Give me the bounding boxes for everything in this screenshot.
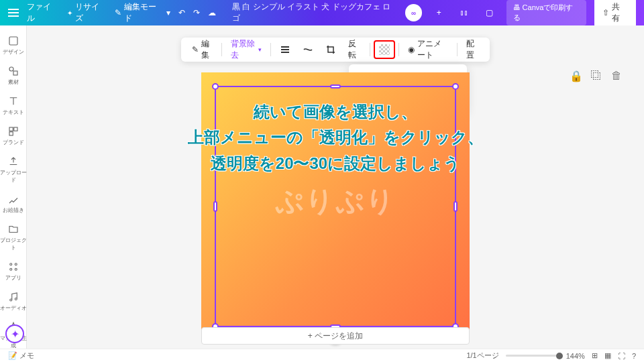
handle-tl[interactable] <box>212 83 219 90</box>
border-weight-button[interactable] <box>274 42 296 58</box>
svg-point-1 <box>9 67 13 71</box>
edit-mode-menu[interactable]: ✎編集モード▾ <box>115 1 170 24</box>
fullscreen-icon[interactable]: ⛶ <box>618 352 625 360</box>
svg-point-8 <box>9 268 11 270</box>
sidebar-elements[interactable]: 素材 <box>0 61 27 90</box>
selection-box[interactable]: ⟳ <box>215 86 456 327</box>
transparency-button[interactable] <box>374 40 395 59</box>
flip-button[interactable]: 反転 <box>343 36 366 64</box>
sidebar-upload[interactable]: アップロード <box>0 152 27 188</box>
svg-rect-0 <box>9 37 17 45</box>
sidebar-projects[interactable]: プロジェクト <box>0 219 27 255</box>
share-button[interactable]: ⇧共有 <box>594 0 636 27</box>
grid-view-icon[interactable]: ⊞ <box>592 351 598 360</box>
handle-tm[interactable] <box>330 84 341 88</box>
page-indicator[interactable]: 1/1ページ <box>466 351 498 361</box>
print-button[interactable]: 🖶 Canvaで印刷する <box>506 0 587 25</box>
document-title[interactable]: 黒 白 シンプル イラスト 犬 ドッグカフェ ロゴ <box>232 1 397 24</box>
context-toolbar: ✎編集 背景除去▾ 反転 ◉アニメート 配置 <box>181 38 490 62</box>
svg-point-7 <box>15 263 17 265</box>
delete-icon[interactable]: 🗑 <box>609 68 624 83</box>
transparency-icon <box>379 44 390 55</box>
page-actions: 🔒 ⿻ 🗑 <box>569 68 624 83</box>
sidebar-draw[interactable]: お絵描き <box>0 189 27 218</box>
border-style-button[interactable] <box>297 42 319 58</box>
position-button[interactable]: 配置 <box>461 36 484 64</box>
redo-button[interactable]: ↷ <box>193 8 200 17</box>
svg-rect-4 <box>13 127 17 131</box>
cloud-sync-icon[interactable]: ☁ <box>208 8 216 17</box>
top-bar: ファイル ✦リサイズ ✎編集モード▾ ↶ ↷ ☁ 黒 白 シンプル イラスト 犬… <box>0 0 644 25</box>
lock-icon[interactable]: 🔒 <box>569 68 584 83</box>
svg-rect-3 <box>9 127 13 131</box>
canvas[interactable]: ぷりぷり ⟳ <box>201 72 470 341</box>
svg-point-9 <box>15 268 17 270</box>
svg-rect-5 <box>9 132 13 135</box>
add-icon[interactable]: + <box>430 4 447 21</box>
svg-rect-2 <box>13 71 17 75</box>
sidebar-audio[interactable]: オーディオ <box>0 287 27 316</box>
bg-remove-button[interactable]: 背景除去▾ <box>225 36 267 64</box>
help-icon[interactable]: ? <box>632 352 636 360</box>
canvas-background: ぷりぷり ⟳ <box>201 72 470 341</box>
handle-tr[interactable] <box>452 83 459 90</box>
sidebar-apps[interactable]: アプリ <box>0 257 27 286</box>
thumbnail-view-icon[interactable]: ▦ <box>604 351 611 360</box>
svg-point-6 <box>9 263 11 265</box>
file-menu[interactable]: ファイル <box>27 1 59 24</box>
handle-ml[interactable] <box>213 201 217 212</box>
zoom-slider[interactable] <box>506 355 559 357</box>
present-icon[interactable]: ▢ <box>481 4 498 21</box>
add-page-button[interactable]: + ページを追加 <box>201 327 470 345</box>
bottom-bar: 📝 メモ 1/1ページ 144% ⊞ ▦ ⛶ ? <box>0 349 644 362</box>
sidebar-brand[interactable]: ブランド <box>0 121 27 150</box>
left-sidebar: デザイン 素材 テキスト ブランド アップロード お絵描き プロジェクト アプリ… <box>0 25 27 349</box>
duplicate-icon[interactable]: ⿻ <box>589 68 604 83</box>
canva-logo-icon[interactable]: ∞ <box>405 4 423 21</box>
handle-mr[interactable] <box>453 201 458 212</box>
analytics-icon[interactable]: ⫾⫾ <box>455 4 473 21</box>
main-area: ✎編集 背景除去▾ 反転 ◉アニメート 配置 透明度 30 🔒 ⿻ 🗑 ぷりぷり <box>27 25 644 349</box>
resize-menu[interactable]: ✦リサイズ <box>67 1 107 24</box>
memo-button[interactable]: 📝 メモ <box>8 351 34 361</box>
undo-button[interactable]: ↶ <box>178 8 185 17</box>
magic-button[interactable]: ✦ <box>5 324 24 343</box>
zoom-value[interactable]: 144% <box>566 352 585 360</box>
animate-button[interactable]: ◉アニメート <box>402 36 453 64</box>
menu-icon[interactable] <box>8 9 19 17</box>
crop-button[interactable] <box>320 42 341 58</box>
edit-image-button[interactable]: ✎編集 <box>186 36 218 64</box>
sidebar-text[interactable]: テキスト <box>0 91 27 120</box>
sidebar-design[interactable]: デザイン <box>0 31 27 60</box>
